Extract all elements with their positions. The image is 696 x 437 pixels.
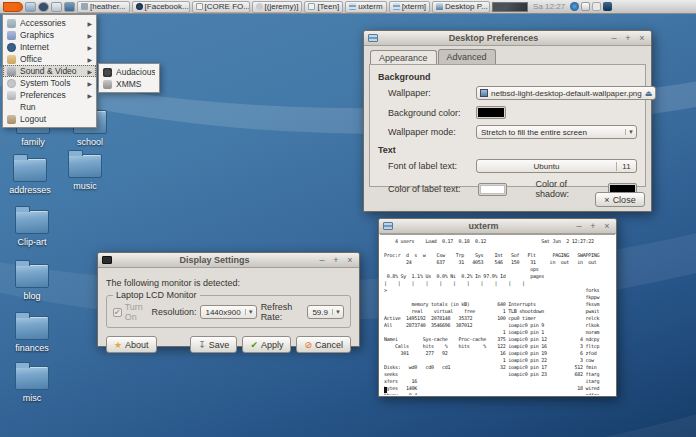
minimize-button[interactable]: – [609, 33, 619, 43]
eject-icon[interactable]: ⏏ [645, 89, 653, 98]
browser-launcher-icon[interactable] [38, 2, 49, 12]
wallpaper-filename: netbsd-light-desktop-default-wallpaper.p… [491, 89, 642, 98]
menu-item-sound-and-video[interactable]: Sound & Video▶ [3, 65, 96, 77]
resolution-select[interactable]: 1440x900 ▼ [200, 305, 256, 319]
wallpaper-mode-select[interactable]: Stretch to fill the entire screen ▼ [476, 125, 637, 139]
tray-volume-icon[interactable] [581, 2, 590, 11]
maximize-button[interactable]: + [331, 255, 341, 265]
graphics-icon [7, 31, 16, 40]
titlebar[interactable]: Desktop Preferences – + × [364, 31, 651, 46]
desktop-icon-addresses[interactable]: addresses [1, 158, 59, 195]
terminal-icon [349, 3, 356, 10]
menu-item-run[interactable]: Run [3, 101, 96, 113]
taskbar-window-xterm[interactable]: [xterm] [389, 1, 430, 13]
taskbar-window-uxterm[interactable]: uxterm [345, 1, 386, 13]
turn-on-label: Turn On [125, 302, 148, 322]
save-button[interactable]: ↧Save [190, 336, 237, 353]
submenu-arrow-icon: ▶ [87, 80, 92, 87]
window-icon [196, 3, 203, 10]
apply-button[interactable]: ✔Apply [242, 336, 291, 353]
resolution-label: Resolution: [151, 307, 196, 317]
monitor-name: Laptop LCD Monitor [113, 290, 200, 300]
background-section-heading: Background [378, 72, 637, 82]
font-label: Font of label text: [388, 161, 476, 171]
font-picker-button[interactable]: Ubuntu 11 [476, 159, 637, 173]
menu-item-accessories[interactable]: Accessories▶ [3, 17, 96, 29]
taskbar-window-teen[interactable]: [Teen] [304, 1, 343, 13]
maximize-button[interactable]: + [623, 33, 633, 43]
refresh-rate-select[interactable]: 59.9 ▼ [307, 305, 344, 319]
show-desktop-icon[interactable] [25, 2, 36, 12]
checkbox-checked-icon[interactable]: ✔ [113, 308, 122, 317]
accessories-icon [7, 19, 16, 28]
close-button[interactable]: × [345, 255, 355, 265]
tray-notes-icon[interactable] [592, 2, 601, 11]
window-title: Desktop Preferences [382, 33, 605, 43]
taskbar-window-heather[interactable]: [heather... [77, 1, 130, 13]
desktop-icon-label: family [21, 137, 45, 147]
taskbar-window-label: uxterm [358, 2, 382, 11]
about-button-label: About [125, 340, 149, 350]
menu-item-internet[interactable]: Internet▶ [3, 41, 96, 53]
menu-item-graphics[interactable]: Graphics▶ [3, 29, 96, 41]
submenu-item-xmms[interactable]: XMMS [99, 78, 159, 90]
window-uxterm: uxterm – + × 4 users Load 0.17 0.18 0.12… [378, 218, 617, 397]
save-icon: ↧ [198, 340, 206, 350]
close-dialog-button[interactable]: ×Close [595, 192, 645, 207]
close-button[interactable]: × [637, 33, 647, 43]
about-button[interactable]: ★About [106, 336, 157, 353]
terminal-viewport[interactable]: 4 users Load 0.17 0.18 0.12 Sat Jun 2 12… [380, 234, 615, 395]
taskbar-window-facebook[interactable]: [Facebook... [132, 1, 190, 13]
menu-item-logout[interactable]: Logout [3, 113, 96, 125]
taskbar-window-label: [CORE FO... [205, 2, 250, 11]
label-color-swatch[interactable] [478, 183, 507, 196]
tab-advanced[interactable]: Advanced [438, 49, 496, 65]
window-icon [308, 3, 315, 10]
titlebar[interactable]: Display Settings – + × [98, 253, 359, 268]
folder-icon [15, 366, 49, 390]
maximize-button[interactable]: + [588, 221, 598, 231]
desktop-icon-music[interactable]: music [56, 154, 114, 191]
window-icon [81, 3, 88, 10]
taskbar-window-core-fo[interactable]: [CORE FO... [192, 1, 250, 13]
menu-item-label: Sound & Video [20, 66, 83, 76]
titlebar[interactable]: uxterm – + × [379, 219, 616, 234]
background-color-swatch[interactable] [476, 106, 506, 119]
window-title: uxterm [397, 221, 570, 231]
submenu-arrow-icon: ▶ [87, 44, 92, 51]
desktop-icon-label: finances [15, 343, 49, 353]
desktop-icon-label: music [73, 181, 97, 191]
menu-item-label: Run [20, 102, 92, 112]
submenu-arrow-icon: ▶ [87, 56, 92, 63]
submenu-item-audacious[interactable]: Audacious [99, 66, 159, 78]
window-icon [436, 3, 443, 10]
taskbar-window-label: [(jeremy)] [265, 2, 299, 11]
cancel-button[interactable]: ⊘Cancel [296, 336, 351, 353]
desktop-icon-clip-art[interactable]: Clip-art [3, 210, 61, 247]
folder-icon [15, 316, 49, 340]
terminal-launcher-icon[interactable] [51, 2, 62, 12]
workspace-pager[interactable] [492, 2, 528, 12]
terminal-icon [393, 3, 400, 10]
taskbar-window-desktop-preferences[interactable]: Desktop P... [432, 1, 490, 13]
menu-item-system-tools[interactable]: System Tools▶ [3, 77, 96, 89]
menu-item-label: Preferences [20, 90, 83, 100]
windows-launcher-icon[interactable] [64, 2, 75, 12]
desktop-icon-finances[interactable]: finances [3, 316, 61, 353]
menu-item-label: Accessories [20, 18, 83, 28]
close-button[interactable]: × [602, 221, 612, 231]
menu-item-preferences[interactable]: Preferences▶ [3, 89, 96, 101]
wallpaper-file-chooser[interactable]: netbsd-light-desktop-default-wallpaper.p… [476, 86, 656, 100]
taskbar-window-jeremy[interactable]: [(jeremy)] [252, 1, 303, 13]
desktop-icon-blog[interactable]: blog [3, 264, 61, 301]
menu-item-office[interactable]: Office▶ [3, 53, 96, 65]
taskbar-clock: Sa 12:27 [530, 2, 568, 11]
netbsd-flag-logo[interactable] [3, 2, 23, 12]
window-icon [256, 3, 263, 10]
minimize-button[interactable]: – [574, 221, 584, 231]
desktop-icon-misc[interactable]: misc [3, 366, 61, 403]
tray-monitor-icon[interactable] [603, 2, 612, 11]
tray-network-icon[interactable] [570, 2, 579, 11]
cancel-button-label: Cancel [315, 340, 343, 350]
minimize-button[interactable]: – [317, 255, 327, 265]
